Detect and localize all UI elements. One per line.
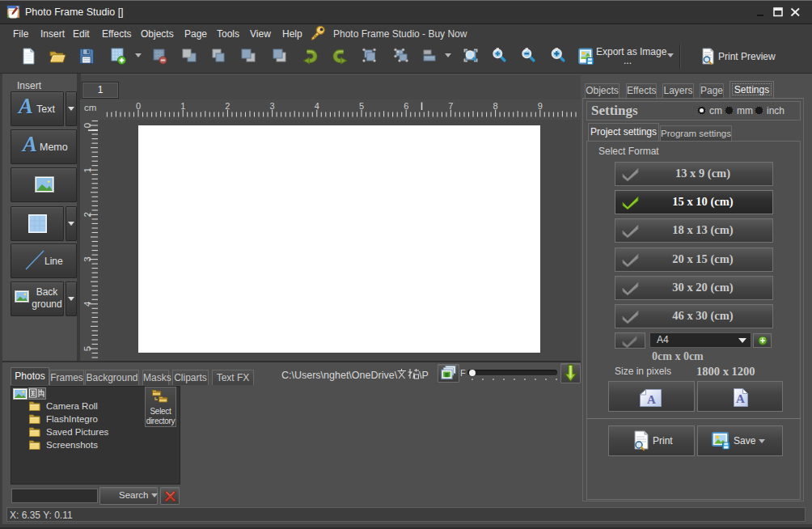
svg-text:1: 1 — [82, 167, 92, 172]
svg-text:3: 3 — [270, 101, 275, 111]
svg-text:A: A — [647, 393, 656, 406]
svg-text:6: 6 — [404, 101, 408, 111]
svg-text:8: 8 — [493, 101, 498, 111]
svg-text:2: 2 — [82, 212, 92, 217]
svg-text:1: 1 — [180, 101, 185, 111]
svg-text:4: 4 — [82, 301, 92, 307]
svg-text:2: 2 — [225, 101, 230, 111]
svg-text:3: 3 — [82, 256, 92, 261]
svg-text:5: 5 — [82, 346, 92, 351]
svg-text:0: 0 — [82, 123, 92, 128]
svg-text:0: 0 — [136, 101, 141, 111]
svg-text:5: 5 — [359, 101, 364, 111]
svg-text:7: 7 — [448, 101, 453, 111]
svg-text:9: 9 — [538, 101, 543, 111]
svg-text:4: 4 — [315, 101, 319, 111]
svg-text:A: A — [736, 392, 745, 405]
